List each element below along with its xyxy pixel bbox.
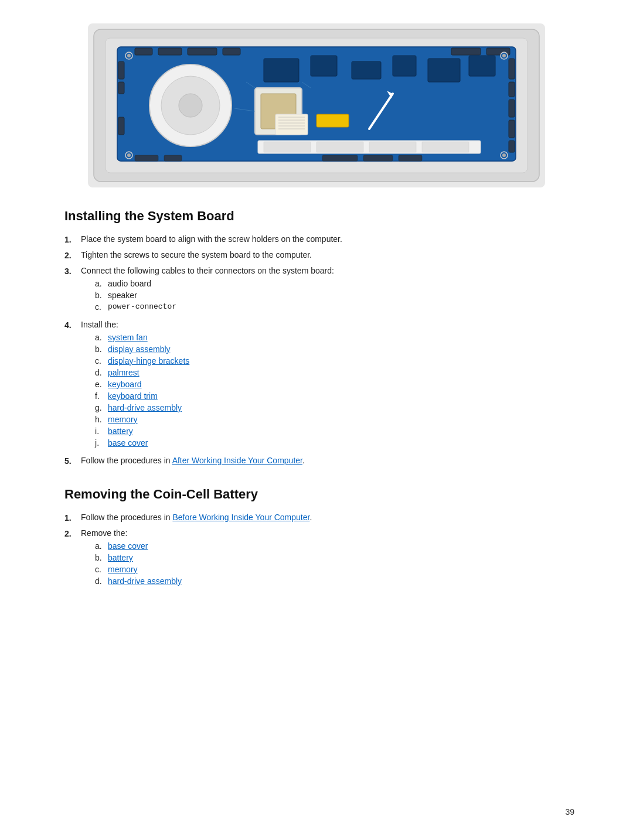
- svg-rect-15: [509, 120, 515, 138]
- step-3-text: Connect the following cables to their co…: [81, 266, 334, 275]
- page-number: 39: [565, 807, 574, 817]
- svg-rect-23: [393, 56, 416, 76]
- step-5: Follow the procedures in After Working I…: [64, 456, 569, 466]
- link-keyboard-trim[interactable]: keyboard trim: [108, 391, 158, 401]
- step-5-before: Follow the procedures in: [81, 456, 172, 465]
- s2-step-1-after: .: [309, 513, 312, 522]
- step-4c: display-hinge brackets: [95, 356, 569, 366]
- svg-rect-12: [509, 59, 515, 79]
- step-4g: hard-drive assembly: [95, 403, 569, 412]
- step-4f: keyboard trim: [95, 391, 569, 401]
- svg-rect-51: [135, 155, 158, 161]
- svg-point-44: [127, 54, 131, 57]
- step-3b-text: speaker: [108, 291, 137, 300]
- s2-step-2c: memory: [95, 565, 569, 574]
- step-4b: display assembly: [95, 344, 569, 354]
- svg-rect-53: [322, 155, 358, 161]
- step-4d: palmrest: [95, 368, 569, 377]
- link-system-fan[interactable]: system fan: [108, 333, 148, 342]
- step-2-text: Tighten the screws to secure the system …: [81, 250, 312, 259]
- svg-rect-30: [316, 142, 363, 152]
- link-base-cover[interactable]: base cover: [108, 438, 148, 448]
- svg-rect-16: [509, 141, 515, 152]
- link-battery-2[interactable]: battery: [108, 553, 133, 562]
- s2-step-2-sublist: base cover battery memory hard-drive ass…: [81, 541, 569, 586]
- step-4a: system fan: [95, 333, 569, 342]
- svg-rect-32: [422, 142, 469, 152]
- diagram-container: [64, 23, 569, 187]
- link-keyboard[interactable]: keyboard: [108, 380, 142, 389]
- s2-step-2: Remove the: base cover battery memory ha…: [64, 528, 569, 588]
- step-4j: base cover: [95, 438, 569, 448]
- step-4-sublist: system fan display assembly display-hing…: [81, 333, 569, 448]
- svg-rect-10: [451, 48, 481, 55]
- section2-title: Removing the Coin-Cell Battery: [64, 487, 569, 502]
- svg-point-48: [127, 153, 131, 157]
- svg-rect-19: [118, 117, 124, 135]
- svg-rect-22: [352, 62, 381, 79]
- svg-rect-55: [399, 155, 422, 161]
- s2-step-2a: base cover: [95, 541, 569, 551]
- step-5-after: .: [302, 456, 305, 465]
- step-3-sublist: audio board speaker power-connector: [81, 279, 569, 312]
- svg-rect-20: [264, 59, 299, 82]
- s2-step-1-before: Follow the procedures in: [81, 513, 172, 522]
- motherboard-diagram: [88, 23, 545, 187]
- svg-rect-24: [428, 59, 460, 82]
- svg-rect-7: [158, 48, 182, 55]
- step-3: Connect the following cables to their co…: [64, 266, 569, 314]
- link-hard-drive-assembly[interactable]: hard-drive assembly: [108, 403, 182, 412]
- svg-point-50: [502, 153, 506, 157]
- step-2: Tighten the screws to secure the system …: [64, 250, 569, 260]
- svg-rect-39: [316, 114, 349, 127]
- section1-steps: Place the system board to align with the…: [64, 234, 569, 466]
- section2-steps: Follow the procedures in Before Working …: [64, 513, 569, 588]
- link-display-assembly[interactable]: display assembly: [108, 344, 171, 354]
- step-1: Place the system board to align with the…: [64, 234, 569, 244]
- s2-step-1: Follow the procedures in Before Working …: [64, 513, 569, 523]
- svg-rect-17: [118, 62, 124, 79]
- step-1-text: Place the system board to align with the…: [81, 234, 342, 244]
- link-base-cover-2[interactable]: base cover: [108, 541, 148, 551]
- svg-rect-31: [369, 142, 416, 152]
- link-battery[interactable]: battery: [108, 426, 133, 436]
- svg-rect-25: [469, 56, 495, 76]
- svg-rect-9: [223, 48, 240, 55]
- step-4i: battery: [95, 426, 569, 436]
- svg-rect-14: [509, 100, 515, 117]
- step-4e: keyboard: [95, 380, 569, 389]
- svg-rect-29: [264, 142, 311, 152]
- svg-rect-6: [135, 48, 152, 55]
- svg-rect-13: [509, 82, 515, 97]
- step-3b: speaker: [95, 291, 569, 300]
- link-after-working[interactable]: After Working Inside Your Computer: [172, 456, 302, 465]
- s2-step-2b: battery: [95, 553, 569, 562]
- link-memory-2[interactable]: memory: [108, 565, 138, 574]
- svg-rect-8: [188, 48, 217, 55]
- svg-rect-18: [118, 82, 124, 94]
- link-memory[interactable]: memory: [108, 415, 138, 424]
- svg-point-46: [502, 54, 506, 57]
- svg-point-5: [179, 94, 202, 117]
- link-hard-drive-assembly-2[interactable]: hard-drive assembly: [108, 576, 182, 586]
- svg-rect-52: [164, 155, 182, 161]
- step-4-text: Install the:: [81, 320, 118, 329]
- step-3a: audio board: [95, 279, 569, 288]
- link-before-working[interactable]: Before Working Inside Your Computer: [172, 513, 309, 522]
- s2-step-2-text: Remove the:: [81, 528, 127, 538]
- link-display-hinge-brackets[interactable]: display-hinge brackets: [108, 356, 189, 366]
- svg-rect-21: [311, 56, 337, 76]
- s2-step-2d: hard-drive assembly: [95, 576, 569, 586]
- section1-title: Installing the System Board: [64, 209, 569, 224]
- step-3a-text: audio board: [108, 279, 151, 288]
- svg-rect-54: [363, 155, 393, 161]
- step-4: Install the: system fan display assembly…: [64, 320, 569, 450]
- step-3c-text: power-connector: [108, 302, 176, 312]
- link-palmrest[interactable]: palmrest: [108, 368, 139, 377]
- step-3c: power-connector: [95, 302, 569, 312]
- step-4h: memory: [95, 415, 569, 424]
